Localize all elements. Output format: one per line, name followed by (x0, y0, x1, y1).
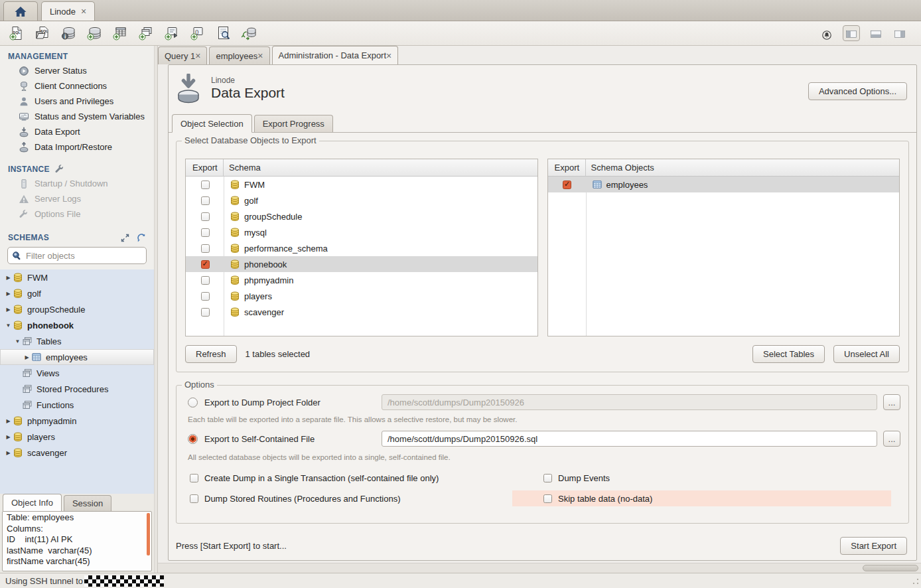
tree-item-phpmyadmin[interactable]: ▶phpmyadmin (0, 413, 154, 429)
table-row-phonebook[interactable]: phonebook (186, 256, 537, 272)
column-header-name[interactable]: Schema (224, 159, 537, 176)
schema-filter-input[interactable] (26, 251, 143, 261)
tree-expand-icon[interactable]: ▶ (4, 434, 13, 440)
tree-item-groupschedule[interactable]: ▶groupSchedule (0, 301, 154, 317)
resize-grip[interactable] (912, 577, 920, 585)
info-tab-object-info[interactable]: Object Info (3, 494, 62, 511)
export-checkbox[interactable] (201, 244, 210, 253)
create-schema-button[interactable] (83, 24, 106, 42)
table-row-golf[interactable]: golf (186, 192, 537, 208)
sidebar-item-status-and-system-variables[interactable]: Status and System Variables (0, 109, 154, 124)
table-row-phpmyadmin[interactable]: phpmyadmin (186, 272, 537, 288)
tree-item-functions[interactable]: Functions (0, 397, 154, 413)
self-contained-path-input[interactable] (382, 431, 877, 447)
export-checkbox[interactable] (201, 260, 210, 269)
close-icon[interactable]: × (81, 7, 86, 16)
advanced-options-button[interactable]: Advanced Options... (808, 82, 907, 100)
column-header-export[interactable]: Export (548, 159, 586, 176)
horizontal-scrollbar-thumb[interactable] (863, 565, 918, 571)
close-icon[interactable]: × (386, 51, 391, 60)
export-checkbox[interactable] (201, 212, 210, 221)
table-row-players[interactable]: players (186, 288, 537, 304)
select-tables-button[interactable]: Select Tables (752, 345, 825, 363)
editor-tab-query-1[interactable]: Query 1× (158, 46, 207, 64)
tree-expand-icon[interactable]: ▶ (4, 418, 13, 424)
checkbox[interactable] (190, 494, 198, 503)
toggle-left-panel-button[interactable] (843, 25, 860, 41)
close-icon[interactable]: × (195, 51, 200, 60)
table-row-mysql[interactable]: mysql (186, 224, 537, 240)
export-checkbox[interactable] (201, 196, 210, 205)
expand-panel-icon[interactable] (121, 234, 131, 242)
table-row-employees[interactable]: employees (548, 177, 900, 192)
new-sql-tab-button[interactable]: SQL (5, 24, 28, 42)
table-row-groupschedule[interactable]: groupSchedule (186, 208, 537, 224)
unselect-all-button[interactable]: Unselect All (833, 345, 900, 363)
connection-tab-linode[interactable]: Linode × (41, 1, 95, 21)
editor-tab-employees[interactable]: employees× (209, 46, 269, 64)
column-header-export[interactable]: Export (186, 159, 224, 176)
sidebar-item-server-status[interactable]: Server Status (0, 63, 154, 78)
tree-item-phonebook[interactable]: ▼phonebook (0, 317, 154, 333)
checkbox-item-skip-table-data-no-data[interactable]: Skip table data (no-data) (512, 490, 891, 506)
tree-collapse-icon[interactable]: ▼ (4, 323, 13, 329)
info-scrollbar[interactable] (147, 513, 150, 555)
checkbox-item-create-dump-in-a-single-transaction-self-contained-file-only[interactable]: Create Dump in a Single Transaction (sel… (190, 470, 543, 486)
tree-item-scavenger[interactable]: ▶scavenger (0, 445, 154, 461)
self-contained-browse-button[interactable]: ... (883, 431, 900, 447)
tree-item-employees[interactable]: ▶employees (0, 349, 154, 365)
info-tab-session[interactable]: Session (64, 495, 111, 511)
checkbox[interactable] (190, 474, 198, 482)
sidebar-item-users-and-privileges[interactable]: Users and Privileges (0, 94, 154, 109)
checkbox-item-dump-stored-routines-procedures-and-functions[interactable]: Dump Stored Routines (Procedures and Fun… (190, 490, 543, 506)
refresh-button[interactable]: Refresh (185, 345, 237, 363)
dump-folder-browse-button[interactable]: ... (883, 394, 900, 410)
inspect-database-button[interactable]: i (57, 24, 80, 42)
close-icon[interactable]: × (257, 51, 263, 60)
export-checkbox[interactable] (201, 292, 210, 301)
checkbox[interactable] (543, 494, 552, 503)
sidebar-item-data-import-restore[interactable]: Data Import/Restore (0, 139, 154, 155)
subtab-object-selection[interactable]: Object Selection (172, 114, 252, 133)
create-view-button[interactable] (135, 24, 157, 42)
horizontal-scrollbar[interactable] (158, 563, 921, 573)
export-checkbox[interactable] (201, 228, 210, 237)
export-checkbox[interactable] (201, 181, 210, 189)
search-data-button[interactable] (212, 24, 235, 42)
tree-expand-icon[interactable]: ▶ (4, 291, 13, 297)
table-row-scavenger[interactable]: scavenger (186, 304, 537, 320)
checkbox[interactable] (543, 474, 552, 482)
toggle-bottom-panel-button[interactable] (868, 26, 884, 40)
tree-item-stored-procedures[interactable]: Stored Procedures (0, 381, 154, 397)
export-checkbox[interactable] (201, 276, 210, 285)
create-procedure-button[interactable] (161, 24, 183, 42)
sidebar-item-client-connections[interactable]: Client Connections (0, 78, 154, 94)
tree-expand-icon[interactable]: ▶ (4, 307, 13, 313)
tree-item-players[interactable]: ▶players (0, 429, 154, 445)
checkbox-item-dump-events[interactable]: Dump Events (543, 470, 908, 486)
export-checkbox[interactable] (201, 308, 210, 317)
export-checkbox[interactable] (563, 181, 571, 189)
tree-item-tables[interactable]: ▼Tables (0, 333, 154, 349)
table-row-fwm[interactable]: FWM (186, 177, 537, 192)
toggle-right-panel-button[interactable] (892, 26, 908, 40)
start-export-button[interactable]: Start Export (840, 537, 907, 555)
tree-item-fwm[interactable]: ▶FWM (0, 269, 154, 285)
notification-button[interactable] (819, 26, 835, 40)
tree-item-golf[interactable]: ▶golf (0, 285, 154, 301)
tree-expand-icon[interactable]: ▶ (23, 354, 31, 360)
editor-tab-administration-data-export[interactable]: Administration - Data Export× (272, 46, 399, 64)
tree-collapse-icon[interactable]: ▼ (13, 338, 22, 344)
table-row-performance-schema[interactable]: performance_schema (186, 240, 537, 256)
tree-expand-icon[interactable]: ▶ (4, 275, 13, 281)
refresh-schemas-icon[interactable] (137, 234, 147, 242)
home-tab[interactable] (3, 1, 38, 21)
create-table-button[interactable] (109, 24, 131, 42)
subtab-export-progress[interactable]: Export Progress (254, 115, 333, 132)
create-function-button[interactable]: () (186, 24, 209, 42)
self-contained-radio[interactable] (188, 434, 198, 444)
tree-expand-icon[interactable]: ▶ (4, 450, 13, 456)
dump-folder-radio[interactable] (188, 398, 198, 407)
tree-item-views[interactable]: Views (0, 365, 154, 381)
open-sql-file-button[interactable]: SQL (31, 24, 54, 42)
